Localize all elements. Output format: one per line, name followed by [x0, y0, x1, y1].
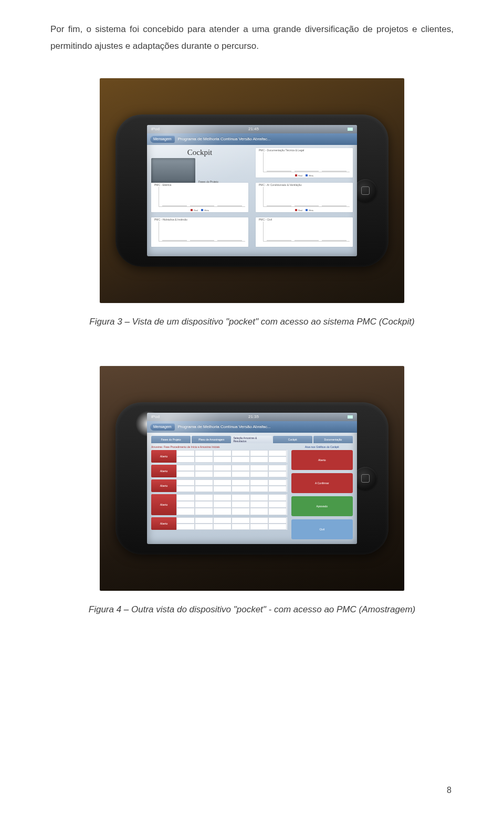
row-grid: [176, 465, 287, 477]
home-button-icon: [354, 467, 377, 490]
left-section-header: Amostras: Fase Procedimento de Início e …: [151, 445, 287, 448]
tab-bar: Fases do Projeto Plano de Amostragem Sel…: [151, 436, 353, 443]
chart-bot-left: PMC - Hidráulica & Incêndio: [151, 217, 248, 247]
tab-item-active[interactable]: Seleção Amostras & Resultados: [232, 436, 271, 443]
row-grid: [176, 479, 287, 492]
back-label: Mensagem: [153, 425, 172, 429]
right-section-header: Atua nos Gráficos do Cockpit: [291, 445, 353, 448]
chart-label: PMC - Documentação Técnica & Legal: [259, 149, 304, 152]
figure-4-photo: iPod 21:35 Mensagem Programa de Melhoria…: [100, 366, 404, 591]
figure-4-caption: Figura 4 – Outra vista do dispositivo "p…: [89, 604, 415, 615]
chart-bot-right: PMC - Civil: [256, 217, 353, 247]
row-grid: [176, 450, 287, 463]
sampling-row: Aberto: [151, 479, 287, 492]
row-grid: [176, 494, 287, 515]
title-bar: Mensagem Programa de Melhoria Contínua V…: [147, 421, 357, 433]
cockpit-cell-tl: Cockpit Fases do Projeto: [151, 148, 248, 177]
status-bar: iPod 21:35: [147, 413, 357, 421]
chart-legend: RealMeta: [256, 174, 353, 177]
back-button[interactable]: Mensagem: [150, 423, 175, 431]
chart-bars: [263, 187, 350, 207]
status-card: Civil: [291, 519, 353, 539]
device-frame: iPod 21:35 Mensagem Programa de Melhoria…: [116, 402, 388, 555]
status-card: Aberto: [291, 450, 353, 470]
chart-legend: RealMeta: [256, 209, 353, 212]
row-tag: Aberto: [151, 479, 176, 492]
figure-3-caption: Figura 3 – Vista de um dispositivo "pock…: [89, 317, 414, 327]
status-bar: iPod 21:45: [147, 125, 357, 133]
status-card: Aprovado: [291, 496, 353, 516]
figure-3: iPod 21:45 Mensagem Programa de Melhoria…: [50, 78, 454, 357]
sampling-left: Aberto Aberto Aberto: [151, 450, 287, 539]
back-button[interactable]: Mensagem: [150, 135, 175, 143]
row-tag: Aberto: [151, 450, 176, 463]
cockpit-grid: Cockpit Fases do Projeto PMC - Documenta…: [151, 148, 353, 247]
status-right-icon: [348, 128, 353, 131]
row-grid: [176, 517, 287, 530]
figure-4: iPod 21:35 Mensagem Programa de Melhoria…: [50, 366, 454, 644]
chart-mid-right: PMC - Ar Condicionado & Ventilação RealM…: [256, 183, 353, 212]
row-tag: Aberto: [151, 494, 176, 515]
device-screen: iPod 21:35 Mensagem Programa de Melhoria…: [147, 413, 357, 544]
back-label: Mensagem: [153, 137, 172, 141]
sampling-row: Aberto: [151, 465, 287, 477]
row-tag: Aberto: [151, 517, 176, 530]
tab-item[interactable]: Plano de Amostragem: [192, 436, 231, 443]
chart-top-right: PMC - Documentação Técnica & Legal RealM…: [256, 148, 353, 177]
screen-content: Fases do Projeto Plano de Amostragem Sel…: [147, 433, 357, 544]
chart-bars: [159, 187, 245, 207]
sampling-row: Aberto: [151, 517, 287, 530]
figure-3-photo: iPod 21:45 Mensagem Programa de Melhoria…: [100, 78, 404, 303]
status-left: iPod: [151, 127, 160, 131]
tab-item[interactable]: Fases do Projeto: [151, 436, 191, 443]
home-button-icon: [354, 179, 377, 202]
chart-mid-left: PMC - Elétrica RealMeta: [151, 183, 248, 212]
status-right-icon: [348, 415, 353, 419]
sampling-row: Aberto: [151, 494, 287, 515]
chart-bars: [159, 222, 245, 242]
chart-bars: [263, 222, 350, 242]
device-screen: iPod 21:45 Mensagem Programa de Melhoria…: [147, 125, 357, 256]
tab-item[interactable]: Documentação: [313, 436, 353, 443]
chart-bars: [263, 152, 350, 172]
body-paragraph: Por fim, o sistema foi concebido para at…: [50, 21, 454, 55]
page-number: 8: [447, 786, 452, 795]
cockpit-thumbnail: [151, 158, 195, 183]
status-time: 21:35: [248, 414, 259, 419]
tab-item[interactable]: Cockpit: [273, 436, 312, 443]
chart-legend: RealMeta: [151, 209, 248, 212]
title-text: Programa de Melhoria Contínua Versão Abr…: [178, 424, 271, 429]
chart-label: PMC - Civil: [259, 218, 272, 221]
cockpit-heading: Cockpit: [151, 148, 248, 157]
title-bar: Mensagem Programa de Melhoria Contínua V…: [147, 133, 357, 145]
status-card: A Confirmar: [291, 473, 353, 493]
chart-label: PMC - Elétrica: [154, 183, 171, 186]
row-tag: Aberto: [151, 465, 176, 477]
screen-content: Cockpit Fases do Projeto PMC - Documenta…: [147, 145, 357, 256]
status-left: iPod: [151, 414, 160, 419]
status-time: 21:45: [248, 127, 259, 131]
sampling-right: Aberto A Confirmar Aprovado Civil: [291, 450, 353, 539]
chart-label: PMC - Ar Condicionado & Ventilação: [259, 183, 301, 186]
device-frame: iPod 21:45 Mensagem Programa de Melhoria…: [116, 114, 388, 267]
chart-label: PMC - Hidráulica & Incêndio: [154, 218, 187, 221]
title-text: Programa de Melhoria Contínua Versão Abr…: [178, 137, 271, 141]
document-page: Por fim, o sistema foi concebido para at…: [0, 0, 504, 815]
sampling-body: Aberto Aberto Aberto: [151, 450, 353, 539]
sampling-row: Aberto: [151, 450, 287, 463]
